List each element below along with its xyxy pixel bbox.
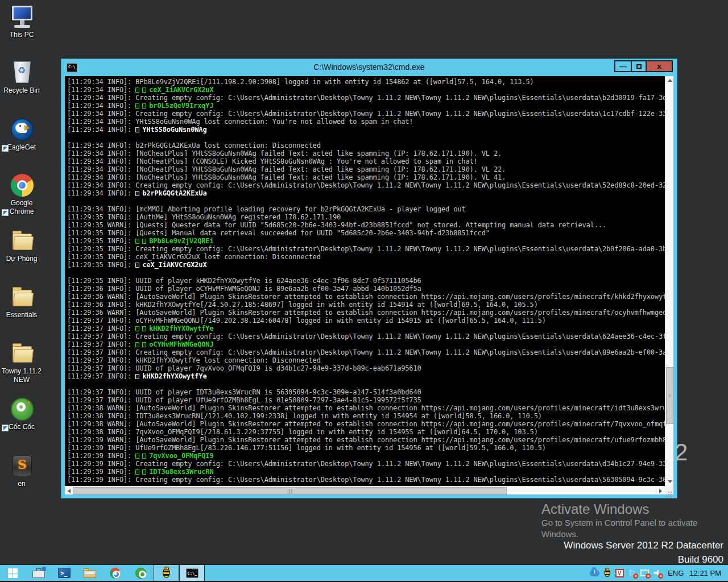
cloud-status-icon[interactable]	[588, 565, 601, 581]
console-line: [11:29:34 INFO]: b2rPkGQGtA2KExUa lost c…	[67, 142, 665, 149]
unknown-glyph-box-icon	[135, 263, 139, 268]
console-line: [11:29:38 INFO]: IDT3u8exs3WrucRN[/121.4…	[67, 412, 665, 420]
language-indicator[interactable]: ENG	[668, 569, 684, 577]
folder-icon	[9, 228, 35, 253]
activate-windows-title: Activate Windows	[541, 501, 649, 517]
player-name: IDT3u8exs3WrucRN	[149, 468, 213, 476]
console-line: [11:29:38 WARN]: [AutoSaveWorld] Plugin …	[67, 420, 665, 428]
player-name: ceX_IiAKVCrGX2uX	[142, 261, 206, 269]
shortcut-arrow-icon	[2, 425, 9, 431]
console-line: [11:29:36 WARN]: [AutoSaveWorld] Plugin …	[67, 293, 665, 301]
eagleget-icon	[9, 117, 35, 142]
minimize-button[interactable]: —	[614, 60, 631, 72]
unknown-glyph-box-icon	[135, 103, 139, 109]
coccoc-taskbar-button[interactable]	[128, 565, 154, 581]
console-line: [11:29:37 INFO]: UUID of player IDT3u8ex…	[67, 388, 665, 396]
console-line: [11:29:37 INFO]: kHKD2fhYXOwytfYe	[67, 372, 665, 380]
network-error-icon[interactable]: ×	[638, 565, 651, 581]
scroll-right-arrow[interactable]	[656, 487, 665, 495]
console-line: [11:29:37 INFO]: Creating empty config: …	[67, 348, 665, 356]
player-name: ceX_IiAKVCrGX2uX	[149, 86, 213, 94]
shortcut-arrow-icon	[2, 145, 9, 152]
unknown-glyph-box-icon	[135, 127, 139, 132]
desktop-icon-google-chrome[interactable]: Google Chrome	[1, 173, 43, 216]
chrome-taskbar-button[interactable]	[102, 565, 128, 581]
unknown-glyph-box-icon	[142, 88, 146, 93]
console-output[interactable]: [11:29:34 INFO]: BPb8Le9vZjV2QREi[/111.1…	[65, 76, 665, 486]
console-line: [11:29:37 INFO]: UUID of player 7qvXvoo_…	[67, 364, 665, 372]
desktop-icon-label: en	[1, 480, 43, 488]
console-line: [11:29:37 INFO]: oCYHvMFhWMGeQONJ	[67, 340, 665, 348]
player-name: kHKD2fhYXOwytfYe	[149, 325, 213, 332]
sublime-icon: S	[9, 454, 35, 479]
os-build-label: Build 9600	[678, 554, 723, 566]
desktop-icon-this-pc[interactable]: This PC	[1, 5, 43, 39]
console-line: [11:29:34 INFO]: Creating empty config: …	[67, 181, 665, 189]
console-line: [11:29:39 INFO]: 7qvXvoo_OFMqFQI9	[67, 452, 665, 460]
file-explorer-icon	[84, 568, 96, 578]
powershell-taskbar-button[interactable]: >_	[51, 565, 77, 581]
chrome-icon	[110, 568, 121, 579]
unknown-glyph-box-icon	[135, 342, 139, 347]
console-line: [11:29:34 INFO]: [NoCheatPlus] YHtSS8oGu…	[67, 149, 665, 157]
console-line: [11:29:39 INFO]: Creating empty config: …	[67, 476, 665, 484]
scroll-up-arrow[interactable]	[665, 76, 674, 85]
desktop-icon-label: Dự Phòng	[1, 255, 43, 263]
vertical-scrollbar[interactable]: ≡	[665, 76, 673, 486]
desktop-icon-eagleget[interactable]: EagleGet	[1, 117, 43, 152]
console-line: [11:29:34 INFO]: ceX_IiAKVCrGX2uX	[67, 86, 665, 94]
horizontal-scrollbar[interactable]: |||	[65, 486, 665, 494]
bee-icon	[163, 568, 170, 578]
console-line	[67, 380, 665, 388]
desktop-icon-label: Towny 1.11.2 NEW	[1, 367, 43, 384]
coccoc-icon: 〃	[9, 397, 35, 422]
volume-error-icon[interactable]: ×	[651, 565, 663, 581]
desktop-icon-recycle-bin[interactable]: ♻Recycle Bin	[1, 60, 43, 95]
vertical-scroll-thumb[interactable]: ≡	[666, 367, 673, 424]
start-button[interactable]	[0, 565, 26, 581]
horizontal-scroll-thumb[interactable]: |||	[73, 487, 507, 494]
server-manager-taskbar-button[interactable]	[26, 565, 51, 581]
console-line: [11:29:35 INFO]: BPb8Le9vZjV2QREi	[67, 237, 665, 245]
activate-windows-body: Go to System in Control Panel to activat…	[541, 517, 712, 540]
console-line: [11:29:35 INFO]: ceX_IiAKVCrGX2uX lost c…	[67, 253, 665, 261]
start-icon	[8, 568, 18, 578]
flag-error-icon[interactable]: ⚐×	[626, 565, 638, 581]
unknown-glyph-box-icon	[135, 469, 139, 475]
cmd-taskbar-button[interactable]	[179, 565, 205, 581]
powershell-icon: >_	[58, 568, 71, 578]
resize-grip[interactable]	[665, 486, 673, 494]
player-name: brOL5zQeV9IrxqYJ	[149, 102, 213, 110]
taskbar-app-list: >_	[0, 565, 205, 581]
console-line: [11:29:36 WARN]: [AutoSaveWorld] Plugin …	[67, 309, 665, 317]
bee-taskbar-button[interactable]	[154, 565, 179, 581]
desktop-icon-cốc-cốc[interactable]: 〃Cốc Cốc	[1, 397, 43, 431]
console-line: [11:29:36 INFO]: UUID of player oCYHvMFh…	[67, 285, 665, 293]
close-button[interactable]: x	[647, 60, 673, 72]
console-line: [11:29:35 INFO]: Creating empty config: …	[67, 245, 665, 253]
console-line: [11:29:34 INFO]: YHtSS8oGuNsn0WAg	[67, 126, 665, 134]
desktop-icon-label: Recycle Bin	[1, 86, 43, 95]
unknown-glyph-box-icon	[142, 103, 146, 109]
console-line: [11:29:37 INFO]: UUID of player UfUe9rfO…	[67, 396, 665, 404]
console-line: [11:29:34 INFO]: Creating empty config: …	[67, 94, 665, 102]
bee-tray-icon[interactable]	[601, 565, 613, 581]
scroll-left-arrow[interactable]	[65, 487, 73, 495]
taskbar-clock[interactable]: 12:21 PM	[689, 569, 721, 577]
desktop-icon-towny-1.11.2-new[interactable]: Towny 1.11.2 NEW	[1, 341, 43, 384]
console-line: [11:29:35 INFO]: UUID of player kHKD2fhY…	[67, 277, 665, 285]
desktop-icon-en[interactable]: Sen	[1, 454, 43, 488]
player-name: kHKD2fhYXOwytfYe	[142, 372, 206, 380]
window-titlebar[interactable]: C:\Windows\system32\cmd.exe — x	[61, 59, 677, 76]
shortcut-arrow-icon	[2, 209, 9, 216]
desktop-icon-dự-phòng[interactable]: Dự Phòng	[1, 228, 43, 263]
chrome-icon	[9, 173, 35, 198]
coccoc-icon	[135, 568, 146, 579]
desktop-icon-essentials[interactable]: Essentials	[1, 285, 43, 319]
file-explorer-taskbar-button[interactable]	[77, 565, 102, 581]
unknown-glyph-box-icon	[135, 326, 139, 331]
scroll-down-arrow[interactable]	[665, 477, 674, 486]
console-line: [11:29:34 INFO]: Creating empty config: …	[67, 110, 665, 118]
maximize-button[interactable]	[631, 60, 647, 72]
antivirus-v-icon[interactable]: V	[613, 565, 626, 581]
